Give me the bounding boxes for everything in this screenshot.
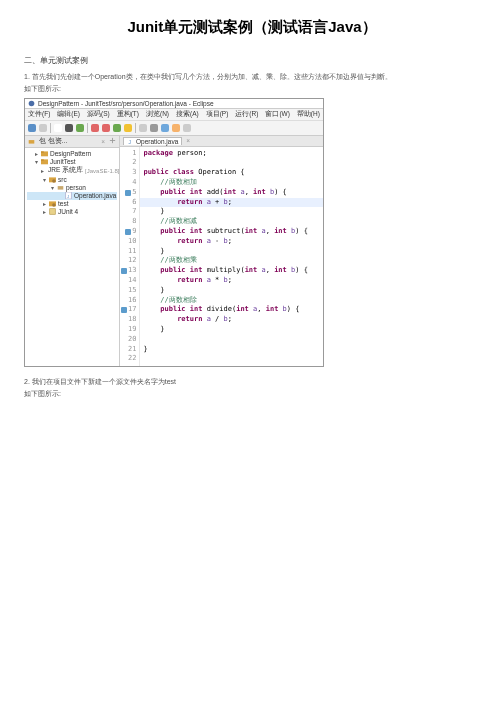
src-icon (49, 176, 56, 183)
toolbar-button[interactable] (102, 124, 110, 132)
gutter-line: 7 (121, 207, 136, 217)
lib-icon (49, 208, 56, 215)
tree-label: DesignPattern (50, 150, 91, 157)
toolbar-button[interactable] (113, 124, 121, 132)
svg-rect-5 (41, 159, 44, 160)
code-line: } (143, 345, 320, 355)
tree-item[interactable]: ▾JunitTest (27, 158, 117, 166)
menu-item[interactable]: 文件(F) (28, 110, 50, 119)
gutter-line: 18 (121, 315, 136, 325)
code-line: public class Operation { (143, 168, 320, 178)
tree-item[interactable]: ▸DesignPattern (27, 150, 117, 158)
editor-tab[interactable]: J Operation.java (123, 137, 182, 145)
toolbar-button[interactable] (124, 124, 132, 132)
tree-item[interactable]: JOperation.java (27, 192, 117, 200)
editor-tab-label: Operation.java (136, 138, 178, 145)
svg-point-0 (29, 100, 35, 106)
fold-marker-icon[interactable] (125, 229, 131, 235)
code-area: 12345678910111213141516171819202122 pack… (120, 147, 323, 367)
menu-item[interactable]: 搜索(A) (176, 110, 199, 119)
tree-arrow-icon[interactable]: ▸ (41, 209, 47, 215)
gutter-line: 2 (121, 158, 136, 168)
close-tab-icon[interactable]: × (186, 137, 190, 144)
window-title: DesignPattern - JunitTest/src/person/Ope… (38, 100, 214, 107)
tree-arrow-icon[interactable]: ▾ (49, 185, 55, 191)
tree-label: test (58, 200, 68, 207)
tree-label: person (66, 184, 86, 191)
toolbar-button[interactable] (65, 124, 73, 132)
code-line: //两数相除 (143, 296, 320, 306)
tree-item[interactable]: ▸JUnit 4 (27, 208, 117, 216)
src-icon (49, 200, 56, 207)
toolbar-button[interactable] (76, 124, 84, 132)
tree-item[interactable]: ▸test (27, 200, 117, 208)
code-line (143, 354, 320, 364)
tree-arrow-icon[interactable]: ▾ (33, 159, 39, 165)
tree-item[interactable]: ▾person (27, 184, 117, 192)
gutter-line: 17 (121, 305, 136, 315)
menu-item[interactable]: 浏览(N) (146, 110, 169, 119)
ide-titlebar: DesignPattern - JunitTest/src/person/Ope… (25, 99, 323, 109)
tree-label: src (58, 176, 67, 183)
code-line: package person; (143, 149, 320, 159)
tree-label: JUnit 4 (58, 208, 78, 215)
paragraph-2b: 如下图所示: (24, 389, 480, 399)
toolbar-button[interactable] (39, 124, 47, 132)
menu-item[interactable]: 运行(R) (235, 110, 258, 119)
svg-rect-14 (50, 209, 56, 215)
toolbar-button[interactable] (54, 124, 62, 132)
menu-item[interactable]: 重构(T) (117, 110, 139, 119)
svg-rect-9 (58, 186, 64, 190)
project-tree: ▸DesignPattern▾JunitTest▸JRE 系统库 [JavaSE… (25, 148, 119, 218)
menu-item[interactable]: 编辑(E) (57, 110, 80, 119)
toolbar-button[interactable] (28, 124, 36, 132)
toolbar-separator (50, 123, 51, 133)
tree-item[interactable]: ▸JRE 系统库 [JavaSE-1.8] (27, 166, 117, 176)
gutter-line: 6 (121, 198, 136, 208)
tree-arrow-icon[interactable] (57, 193, 63, 199)
code-line: public int subtruct(int a, int b) { (143, 227, 320, 237)
code-line: public int divide(int a, int b) { (143, 305, 320, 315)
sidebar-tabs: 包 包资... × (25, 136, 119, 148)
fold-marker-icon[interactable] (121, 307, 127, 313)
gutter-line: 10 (121, 237, 136, 247)
code-line (143, 335, 320, 345)
tree-arrow-icon[interactable]: ▸ (41, 168, 44, 174)
toolbar-separator (135, 123, 136, 133)
gutter-line: 15 (121, 286, 136, 296)
toolbar-button[interactable] (172, 124, 180, 132)
gutter-line: 11 (121, 247, 136, 257)
toolbar-button[interactable] (161, 124, 169, 132)
tree-label: JunitTest (50, 158, 76, 165)
code-line: //两数相减 (143, 217, 320, 227)
toolbar-separator (87, 123, 88, 133)
code-line (143, 158, 320, 168)
tree-arrow-icon[interactable]: ▸ (41, 201, 47, 207)
gutter-line: 3 (121, 168, 136, 178)
svg-text:J: J (67, 194, 69, 199)
toolbar-button[interactable] (183, 124, 191, 132)
toolbar-button[interactable] (150, 124, 158, 132)
proj-icon (41, 158, 48, 165)
menu-item[interactable]: 窗口(W) (265, 110, 289, 119)
fold-marker-icon[interactable] (121, 268, 127, 274)
link-icon[interactable] (109, 137, 116, 145)
paragraph-1b: 如下图所示: (24, 84, 480, 94)
gutter-line: 8 (121, 217, 136, 227)
gutter-line: 22 (121, 354, 136, 364)
toolbar-button[interactable] (91, 124, 99, 132)
gutter-line: 4 (121, 178, 136, 188)
menu-item[interactable]: 项目(P) (206, 110, 229, 119)
tree-item[interactable]: ▾src (27, 176, 117, 184)
close-icon[interactable]: × (101, 138, 105, 145)
menu-item[interactable]: 帮助(H) (297, 110, 320, 119)
code-line: public int add(int a, int b) { (143, 188, 320, 198)
tree-arrow-icon[interactable]: ▾ (41, 177, 47, 183)
editor-tabs: J Operation.java × (120, 136, 323, 147)
fold-marker-icon[interactable] (125, 190, 131, 196)
code-line: } (143, 207, 320, 217)
menu-item[interactable]: 源码(S) (87, 110, 110, 119)
toolbar-button[interactable] (139, 124, 147, 132)
tree-arrow-icon[interactable]: ▸ (33, 151, 39, 157)
menubar: 文件(F)编辑(E)源码(S)重构(T)浏览(N)搜索(A)项目(P)运行(R)… (25, 109, 323, 121)
